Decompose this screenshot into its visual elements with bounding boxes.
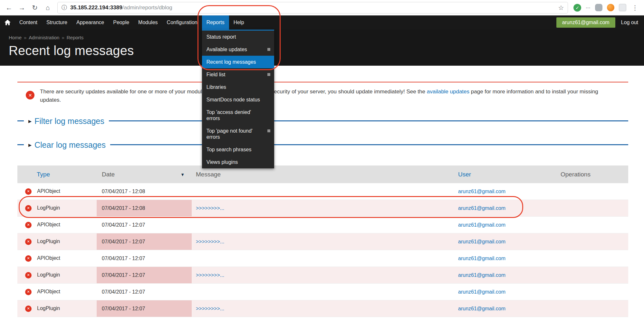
log-message-link[interactable]: >>>>>>>>...: [196, 205, 224, 211]
table-row: ✕APIObject 07/04/2017 - 12:07 arunz61@gm…: [17, 317, 628, 320]
log-type-cell: ✕APIObject: [17, 250, 97, 267]
log-operations: [554, 317, 628, 320]
menu-item-recent-log-messages[interactable]: Recent log messages: [202, 56, 274, 68]
log-user-link[interactable]: arunz61@gmail.com: [458, 289, 505, 295]
log-user-link[interactable]: arunz61@gmail.com: [458, 306, 505, 311]
address-bar[interactable]: ⓘ 35.185.222.194:3389/admin/reports/dblo…: [57, 2, 568, 14]
menu-item-label: Status report: [207, 34, 236, 40]
log-date: 07/04/2017 - 12:07: [97, 300, 192, 317]
log-user-link[interactable]: arunz61@gmail.com: [458, 272, 505, 278]
log-user-link[interactable]: arunz61@gmail.com: [458, 222, 505, 228]
extension-dots-icon[interactable]: •••: [586, 6, 591, 10]
admin-menu-item-configuration[interactable]: Configuration: [162, 15, 202, 30]
sort-desc-icon: ▼: [180, 172, 185, 177]
logout-link[interactable]: Log out: [621, 20, 638, 25]
log-type: LogPlugin: [37, 306, 60, 311]
log-user-cell: arunz61@gmail.com: [454, 250, 554, 267]
menu-item-field-list[interactable]: Field list: [202, 68, 274, 81]
sort-user-link[interactable]: User: [458, 171, 471, 178]
log-message-cell: >>>>>>>>...: [192, 300, 454, 317]
log-table: Type Date▼ Message User Operations ✕APIO…: [17, 165, 628, 320]
operations-header: Operations: [554, 165, 628, 183]
log-type: APIObject: [37, 289, 60, 294]
log-date: 07/04/2017 - 12:07: [97, 233, 192, 250]
log-date: 07/04/2017 - 12:07: [97, 317, 192, 320]
chevron-right-icon: ▶: [28, 143, 32, 147]
bookmark-star-icon[interactable]: ☆: [558, 4, 564, 12]
log-user-link[interactable]: arunz61@gmail.com: [458, 256, 505, 261]
menu-item-status-report[interactable]: Status report: [202, 31, 274, 43]
reload-icon[interactable]: ↻: [29, 2, 41, 14]
admin-menu-item-appearance[interactable]: Appearance: [72, 15, 109, 30]
log-operations: [554, 183, 628, 200]
menu-item-label: Top 'page not found' errors: [207, 128, 253, 140]
extension-check-icon[interactable]: ✓: [573, 4, 581, 12]
browser-home-icon[interactable]: ⌂: [42, 2, 53, 14]
log-message-link[interactable]: >>>>>>>>...: [196, 272, 224, 278]
account-badge[interactable]: arunz61@gmail.com: [556, 17, 615, 28]
error-icon: ✕: [25, 222, 32, 228]
admin-menu-item-help[interactable]: Help: [229, 15, 249, 30]
browser-menu-icon[interactable]: ⋮: [629, 2, 641, 14]
menu-item-smartdocs-node-status[interactable]: SmartDocs node status: [202, 93, 274, 106]
admin-menu-item-reports[interactable]: Reports: [202, 15, 229, 30]
error-icon: ✕: [25, 205, 32, 212]
error-icon: ✕: [25, 239, 32, 245]
forward-icon[interactable]: →: [16, 2, 28, 14]
log-message-link[interactable]: >>>>>>>>...: [196, 306, 224, 311]
log-operations: [554, 300, 628, 317]
log-user-cell: arunz61@gmail.com: [454, 200, 554, 217]
log-type-cell: ✕APIObject: [17, 217, 97, 233]
log-user-link[interactable]: arunz61@gmail.com: [458, 205, 505, 211]
log-date: 07/04/2017 - 12:08: [97, 200, 192, 217]
clear-fieldset-toggle[interactable]: ▶ Clear log messages: [24, 137, 110, 153]
menu-item-top-access-denied-errors[interactable]: Top 'access denied' errors: [202, 106, 274, 125]
breadcrumb-home[interactable]: Home: [9, 35, 22, 40]
admin-toolbar-right: arunz61@gmail.com Log out: [556, 17, 644, 28]
clear-fieldset: ▶ Clear log messages: [17, 137, 628, 153]
extension-shape-icon[interactable]: [595, 4, 602, 11]
log-message-link[interactable]: >>>>>>>>...: [196, 239, 224, 244]
error-icon: ✕: [25, 272, 32, 278]
log-date: 07/04/2017 - 12:07: [97, 250, 192, 267]
table-row: ✕APIObject 07/04/2017 - 12:07 arunz61@gm…: [17, 217, 628, 233]
menu-item-libraries[interactable]: Libraries: [202, 81, 274, 93]
extension-square-icon[interactable]: [619, 4, 626, 11]
log-type: LogPlugin: [37, 272, 60, 278]
breadcrumb-reports[interactable]: Reports: [67, 35, 84, 40]
breadcrumb-administration[interactable]: Administration: [29, 35, 59, 40]
filter-fieldset-toggle[interactable]: ▶ Filter log messages: [24, 113, 109, 129]
log-type-cell: ✕LogPlugin: [17, 300, 97, 317]
screen: ← → ↻ ⌂ ⓘ 35.185.222.194:3389/admin/repo…: [0, 0, 644, 320]
admin-home-icon[interactable]: [0, 15, 15, 30]
log-type-cell: ✕APIObject: [17, 317, 97, 320]
log-type-cell: ✕LogPlugin: [17, 233, 97, 250]
log-user-link[interactable]: arunz61@gmail.com: [458, 189, 505, 194]
menu-item-label: Libraries: [207, 84, 226, 90]
page-info-icon[interactable]: ⓘ: [62, 4, 67, 11]
page-title: Recent log messages: [9, 43, 644, 58]
date-header-active-sort[interactable]: Date▼: [97, 165, 192, 183]
menu-item-indicator: [267, 129, 270, 132]
available-updates-link[interactable]: available updates: [427, 89, 469, 95]
back-icon[interactable]: ←: [3, 2, 15, 14]
table-row: ✕APIObject 07/04/2017 - 12:08 arunz61@gm…: [17, 183, 628, 200]
extension-circle-icon[interactable]: [607, 4, 614, 11]
sort-type-link[interactable]: Type: [37, 171, 50, 178]
log-message-cell: [192, 250, 454, 267]
log-operations: [554, 217, 628, 233]
admin-menu-item-people[interactable]: People: [109, 15, 134, 30]
error-icon: ✕: [26, 91, 34, 99]
menu-item-top-page-not-found-errors[interactable]: Top 'page not found' errors: [202, 125, 274, 143]
log-user-link[interactable]: arunz61@gmail.com: [458, 239, 505, 244]
menu-item-top-search-phrases[interactable]: Top search phrases: [202, 143, 274, 156]
menu-item-views-plugins[interactable]: Views plugins: [202, 156, 274, 168]
admin-menu-item-structure[interactable]: Structure: [42, 15, 72, 30]
admin-menu: ContentStructureAppearancePeopleModulesC…: [15, 15, 249, 30]
log-operations: [554, 200, 628, 217]
log-user-cell: arunz61@gmail.com: [454, 183, 554, 200]
log-date: 07/04/2017 - 12:07: [97, 267, 192, 284]
menu-item-available-updates[interactable]: Available updates: [202, 43, 274, 56]
admin-menu-item-content[interactable]: Content: [15, 15, 42, 30]
admin-menu-item-modules[interactable]: Modules: [134, 15, 162, 30]
